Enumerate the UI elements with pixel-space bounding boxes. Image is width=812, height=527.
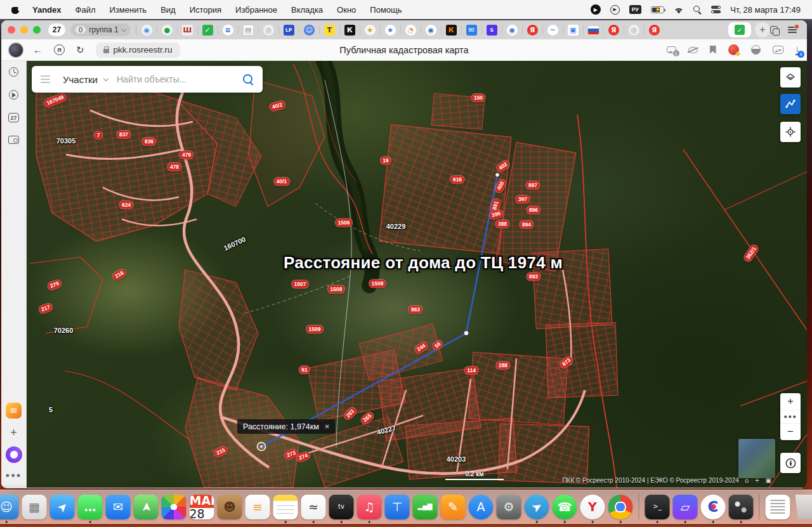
tab-bank[interactable]: Ш bbox=[182, 25, 193, 36]
dock-freeform[interactable]: ≈ bbox=[301, 495, 326, 519]
dock-whatsapp[interactable]: ☎ bbox=[553, 495, 577, 519]
profile-avatar[interactable] bbox=[9, 43, 23, 57]
dock-documents[interactable] bbox=[766, 495, 790, 519]
tab-emblem-gold[interactable]: ★ bbox=[365, 25, 376, 36]
yandex-home-button[interactable]: Я bbox=[54, 44, 65, 55]
reactions-icon[interactable] bbox=[773, 46, 783, 54]
active-tab-pkk[interactable]: ✓ bbox=[728, 22, 751, 37]
wifi-icon[interactable] bbox=[674, 6, 684, 13]
more-icon[interactable]: ●●● bbox=[6, 471, 22, 479]
downloads-button[interactable]: ↓9 bbox=[796, 44, 800, 55]
tab-lp[interactable]: LP bbox=[284, 25, 294, 36]
menu-item-2[interactable]: Изменить bbox=[110, 5, 147, 15]
tab-emblem-blue[interactable]: ★ bbox=[385, 25, 396, 36]
tab-smiley[interactable]: ☺ bbox=[304, 25, 315, 36]
search-category[interactable]: Участки bbox=[63, 74, 98, 85]
tab-fox[interactable]: ◔ bbox=[405, 25, 416, 36]
tab-yandex[interactable]: Я bbox=[527, 25, 538, 36]
dock-apple-tv[interactable]: tv bbox=[329, 495, 354, 519]
play-status-icon[interactable]: ▶ bbox=[610, 5, 620, 15]
dock-photos[interactable] bbox=[162, 495, 187, 519]
dock-pages[interactable]: ✎ bbox=[441, 495, 466, 519]
tab-ru-flag[interactable] bbox=[588, 26, 599, 34]
tab-camera[interactable]: ◎ bbox=[263, 25, 274, 36]
url-field[interactable]: pkk.rosreestr.ru bbox=[96, 42, 180, 58]
tab-sber[interactable]: ● bbox=[162, 25, 173, 36]
add-service-button[interactable]: + bbox=[10, 427, 17, 438]
tab-gosuslugi[interactable]: ≡ bbox=[223, 25, 233, 36]
tab-panels-icon[interactable] bbox=[770, 26, 778, 34]
menu-item-5[interactable]: Избранное bbox=[235, 5, 277, 15]
tab-cube[interactable]: ▣ bbox=[568, 25, 579, 36]
reader-mode-icon[interactable] bbox=[751, 45, 761, 55]
dock-keychain[interactable] bbox=[729, 495, 754, 519]
tab-s-app[interactable]: S bbox=[487, 25, 497, 36]
dock-finder[interactable]: ☺ bbox=[0, 495, 19, 519]
dock-safari[interactable]: ➤ bbox=[50, 495, 75, 519]
tab-document[interactable]: ▤ bbox=[243, 25, 254, 36]
measure-tool-button[interactable] bbox=[780, 94, 801, 114]
alice-icon[interactable] bbox=[728, 44, 739, 55]
cadastral-map[interactable]: 16704978378367030547947840/240/162419150… bbox=[27, 61, 807, 488]
tab-globe[interactable]: ◉ bbox=[141, 25, 152, 36]
video-icon[interactable] bbox=[9, 90, 18, 100]
dock-numbers[interactable]: ▂▅▇ bbox=[413, 495, 438, 519]
tab-shield-check[interactable]: ✓ bbox=[202, 25, 213, 36]
zoom-in-button[interactable]: + bbox=[780, 393, 801, 410]
menu-item-6[interactable]: Вкладка bbox=[291, 5, 323, 15]
tab-camera[interactable]: ◎ bbox=[629, 25, 639, 36]
frame-icon[interactable]: ▣ bbox=[766, 477, 771, 484]
chevron-down-icon[interactable] bbox=[103, 75, 108, 81]
minimize-window-button[interactable] bbox=[20, 26, 28, 34]
dock-terminal[interactable]: >_ bbox=[645, 495, 670, 519]
battery-icon[interactable]: ⚡ bbox=[651, 6, 664, 13]
dock-keynote[interactable]: ⊤ bbox=[385, 495, 410, 519]
navigator-status-icon[interactable]: ▶ bbox=[591, 4, 601, 15]
menu-clock[interactable]: Чт, 28 марта 17:49 bbox=[730, 5, 801, 15]
zoom-more-button[interactable]: ●●● bbox=[780, 410, 801, 424]
dock-app-store[interactable]: A bbox=[469, 495, 494, 519]
search-input[interactable] bbox=[117, 74, 243, 84]
tab-group-pill[interactable]: 0 группа 1 bbox=[70, 23, 131, 36]
tab-tinkoff[interactable]: Т bbox=[324, 25, 335, 36]
menu-item-8[interactable]: Помощь bbox=[370, 5, 402, 15]
dock-mail[interactable]: ✉ bbox=[106, 495, 131, 519]
bookmark-icon[interactable] bbox=[710, 46, 716, 54]
dock-telegram[interactable]: ➤ bbox=[525, 495, 549, 519]
protect-eye-icon[interactable] bbox=[688, 47, 698, 53]
crosshair-icon[interactable]: + bbox=[754, 477, 759, 484]
layers-button[interactable] bbox=[780, 67, 801, 88]
alice-assistant-button[interactable] bbox=[6, 446, 22, 463]
yandex-mail-icon[interactable]: ✉ bbox=[6, 403, 22, 419]
new-tab-button[interactable]: + bbox=[755, 22, 770, 37]
dock-yandex-browser[interactable]: Y bbox=[580, 495, 605, 519]
maximize-window-button[interactable] bbox=[33, 26, 41, 34]
search-icon[interactable] bbox=[243, 74, 254, 85]
screenshot-icon[interactable] bbox=[8, 136, 19, 144]
dock-reminders[interactable]: ≡ bbox=[246, 495, 270, 519]
tab-kinopoisk[interactable]: К bbox=[344, 25, 355, 36]
tab-k-flame[interactable]: К bbox=[446, 25, 457, 36]
close-window-button[interactable] bbox=[8, 26, 15, 34]
dock-music[interactable]: ♫ bbox=[357, 495, 382, 519]
tab-counter[interactable]: 27 bbox=[48, 23, 65, 36]
dock-notes[interactable] bbox=[273, 495, 298, 519]
dock-shortcuts[interactable]: ▱ bbox=[673, 495, 698, 519]
back-button[interactable]: ← bbox=[33, 44, 43, 55]
reload-button[interactable]: ↻ bbox=[76, 44, 84, 56]
history-icon[interactable] bbox=[9, 67, 18, 77]
menu-item-7[interactable]: Окно bbox=[337, 5, 356, 15]
zoom-out-button[interactable]: − bbox=[780, 424, 801, 440]
dock-trash[interactable] bbox=[794, 495, 812, 519]
dock-c-app[interactable]: C bbox=[701, 495, 726, 519]
tab-emblem-circle[interactable]: ◉ bbox=[507, 25, 518, 36]
menu-item-1[interactable]: Файл bbox=[75, 5, 96, 15]
control-center-icon[interactable] bbox=[711, 6, 721, 13]
my-location-button[interactable] bbox=[780, 122, 801, 142]
tab-cloud[interactable]: ~ bbox=[547, 25, 558, 36]
tab-basketball[interactable]: ◉ bbox=[426, 25, 436, 36]
tab-mail[interactable]: ✉ bbox=[466, 25, 477, 36]
hamburger-menu-icon[interactable] bbox=[41, 75, 50, 83]
tabs-panel-button[interactable]: 27 bbox=[8, 113, 19, 122]
dock-launchpad[interactable]: ▦ bbox=[22, 495, 47, 519]
